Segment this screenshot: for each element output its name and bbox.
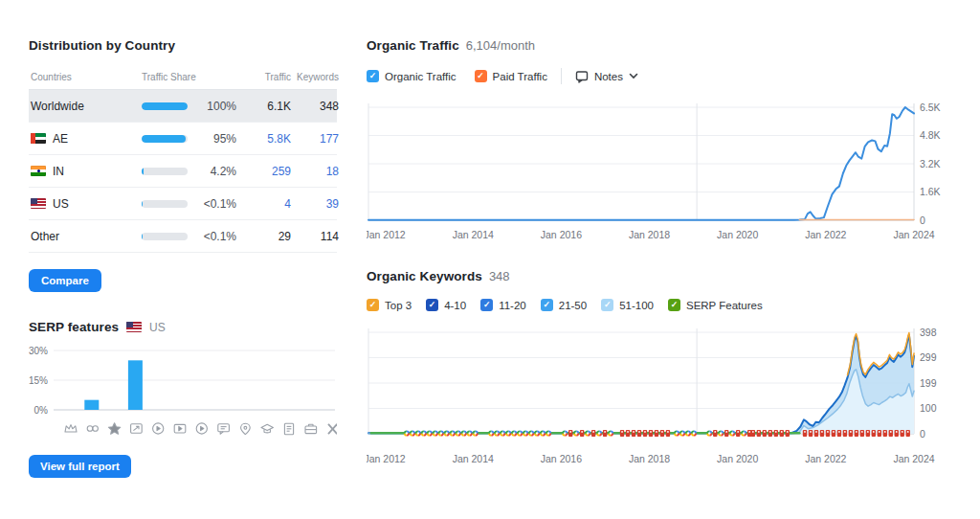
google-update-marker[interactable] [488, 430, 494, 436]
document-icon[interactable] [284, 423, 293, 435]
google-update-marker[interactable] [585, 430, 590, 436]
update-note-marker[interactable] [860, 430, 864, 437]
google-update-marker[interactable] [511, 430, 517, 436]
google-update-marker[interactable] [546, 430, 551, 436]
google-update-marker[interactable] [494, 430, 500, 436]
filter-21-50[interactable]: ✓21-50 [541, 299, 587, 311]
notes-button[interactable]: Notes [575, 70, 638, 83]
update-note-marker[interactable] [803, 430, 807, 437]
serp-features-chart[interactable]: 30%15%0% [29, 341, 337, 442]
google-update-marker[interactable] [718, 430, 724, 436]
update-note-marker[interactable] [649, 430, 653, 437]
organic-traffic-chart[interactable]: 6.5K4.8K3.2K1.6K0Jan 2012Jan 2014Jan 201… [367, 96, 976, 241]
update-note-marker[interactable] [906, 430, 910, 437]
google-update-marker[interactable] [608, 430, 613, 436]
update-note-marker[interactable] [843, 430, 847, 437]
update-note-marker[interactable] [786, 430, 790, 437]
play-circle-icon[interactable] [153, 423, 164, 434]
update-note-marker[interactable] [832, 430, 835, 437]
update-note-marker[interactable] [883, 430, 887, 437]
location-pin-icon[interactable] [241, 423, 251, 434]
update-note-marker[interactable] [603, 430, 607, 437]
update-note-marker[interactable] [872, 430, 876, 437]
filter-serp-features[interactable]: ✓SERP Features [668, 299, 763, 311]
graduation-cap-icon[interactable] [261, 424, 273, 433]
keywords-value-link[interactable]: 18 [291, 165, 339, 178]
update-note-marker[interactable] [643, 430, 647, 437]
google-update-marker[interactable] [741, 430, 746, 436]
update-note-marker[interactable] [757, 430, 761, 437]
google-update-marker[interactable] [505, 430, 511, 436]
google-update-marker[interactable] [685, 430, 691, 436]
update-note-marker[interactable] [620, 430, 624, 437]
video-icon[interactable] [174, 424, 186, 433]
google-update-marker[interactable] [517, 430, 523, 436]
view-full-report-button[interactable]: View full report [29, 455, 131, 478]
play-circle-2-icon[interactable] [196, 423, 207, 434]
google-update-marker[interactable] [679, 430, 685, 436]
google-update-marker[interactable] [540, 430, 546, 436]
update-note-marker[interactable] [780, 430, 784, 437]
google-update-marker[interactable] [450, 430, 456, 436]
update-note-marker[interactable] [637, 430, 641, 437]
filter-organic-traffic[interactable]: ✓Organic Traffic [367, 70, 457, 82]
traffic-value-link[interactable]: 4 [236, 197, 291, 211]
google-update-marker[interactable] [410, 430, 415, 436]
filter-top-3[interactable]: ✓Top 3 [367, 299, 412, 311]
update-note-marker[interactable] [837, 430, 841, 437]
update-note-marker[interactable] [666, 430, 670, 437]
update-note-marker[interactable] [855, 430, 858, 437]
update-note-marker[interactable] [763, 430, 767, 437]
google-update-marker[interactable] [427, 430, 433, 436]
update-note-marker[interactable] [660, 430, 664, 437]
update-note-marker[interactable] [901, 430, 904, 437]
google-update-marker[interactable] [534, 430, 540, 436]
update-note-marker[interactable] [895, 430, 899, 437]
update-note-marker[interactable] [878, 430, 881, 437]
update-note-marker[interactable] [713, 430, 717, 437]
x-twitter-icon[interactable] [328, 424, 337, 434]
google-update-marker[interactable] [691, 430, 697, 436]
google-update-marker[interactable] [461, 430, 467, 436]
star-icon[interactable] [108, 423, 120, 435]
filter-51-100[interactable]: ✓51-100 [601, 299, 654, 311]
update-note-marker[interactable] [768, 430, 772, 437]
image-icon[interactable] [131, 424, 143, 433]
google-update-marker[interactable] [573, 430, 579, 436]
google-update-marker[interactable] [421, 430, 427, 436]
google-update-marker[interactable] [473, 430, 479, 436]
update-note-marker[interactable] [724, 430, 728, 437]
google-update-marker[interactable] [528, 430, 534, 436]
update-note-marker[interactable] [889, 430, 893, 437]
google-update-marker[interactable] [467, 430, 473, 436]
update-note-marker[interactable] [866, 430, 870, 437]
update-note-marker[interactable] [826, 430, 830, 437]
update-note-marker[interactable] [626, 430, 630, 437]
google-update-marker[interactable] [706, 430, 712, 436]
google-update-marker[interactable] [433, 430, 438, 436]
update-note-marker[interactable] [809, 430, 813, 437]
update-note-marker[interactable] [820, 430, 824, 437]
update-note-marker[interactable] [849, 430, 853, 437]
filter-4-10[interactable]: ✓4-10 [426, 299, 466, 311]
google-update-marker[interactable] [674, 430, 679, 436]
google-update-marker[interactable] [456, 430, 461, 436]
google-update-marker[interactable] [562, 430, 568, 436]
crown-icon[interactable] [65, 425, 77, 432]
update-note-marker[interactable] [774, 430, 778, 437]
update-note-marker[interactable] [580, 430, 584, 437]
filter-paid-traffic[interactable]: ✓Paid Traffic [475, 70, 547, 82]
comment-faq-icon[interactable] [218, 424, 230, 434]
update-note-marker[interactable] [568, 430, 572, 437]
filter-11-20[interactable]: ✓11-20 [480, 299, 526, 311]
link-icon[interactable] [87, 426, 98, 432]
google-update-marker[interactable] [444, 430, 450, 436]
update-note-marker[interactable] [632, 430, 635, 437]
update-note-marker[interactable] [751, 430, 755, 437]
google-update-marker[interactable] [500, 430, 505, 436]
compare-button[interactable]: Compare [29, 269, 101, 292]
google-update-marker[interactable] [438, 430, 444, 436]
google-update-marker[interactable] [596, 430, 602, 436]
keywords-value-link[interactable]: 177 [291, 132, 339, 146]
update-note-marker[interactable] [591, 430, 595, 437]
